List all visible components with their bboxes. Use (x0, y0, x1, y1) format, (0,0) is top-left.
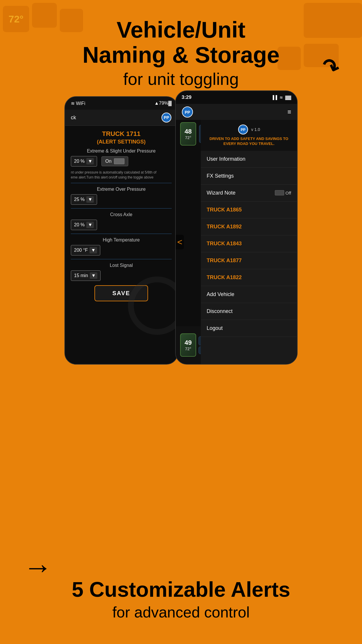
svg-text:PP: PP (185, 110, 190, 115)
lost-signal-label: Lost Signal (71, 263, 172, 268)
menu-item-truck-a1843[interactable]: TRUCK A1843 (201, 235, 297, 252)
menu-label-logout: Logout (207, 325, 223, 331)
divider-4 (71, 259, 172, 259)
menu-item-fx-settings[interactable]: FX Settings (201, 168, 297, 185)
high-temp-label: High Temperature (71, 237, 172, 243)
main-title: Vehicle/Unit Naming & Storage (0, 18, 362, 68)
left-screen: TRUCK 1711 (ALERT SETTINGS) Extreme & Sl… (65, 126, 178, 364)
menu-brand-text: DRIVEN TO ADD SAFETY AND SAVINGS TO EVER… (207, 136, 291, 146)
status-icons: ▐▐ ≋ ▓▓ (271, 95, 291, 100)
menu-label-disconnect: Disconnect (207, 308, 233, 314)
app-logo: PP (161, 112, 172, 123)
phones-container: ≋ WiFi ▲ 79% ▓ ck PP TRUCK 1711 (ALERT S… (0, 90, 362, 370)
svg-text:PP: PP (241, 128, 245, 132)
slight-under-label: Extreme & Slight Under Pressure (71, 148, 172, 154)
menu-version: v 1.0 (251, 127, 260, 132)
menu-header: PP v 1.0 DRIVEN TO ADD SAFETY AND SAVING… (201, 120, 297, 151)
logo-svg: PP (161, 112, 172, 123)
right-screen: 48 72° 4 PSI 72° TEMP PSI (176, 120, 297, 364)
menu-item-wizard-note[interactable]: Wizard Note Off (201, 185, 297, 202)
cross-axle-label: Cross Axle (71, 212, 172, 217)
status-time: 3:29 (182, 94, 191, 100)
toggle-switch-wizard[interactable] (275, 190, 284, 195)
high-temp-control: 200 °F ▼ (71, 245, 172, 256)
dropdown-chevron-3: ▼ (86, 222, 94, 228)
menu-label-user-info: User Information (207, 156, 245, 162)
right-phone: 3:29 ▐▐ ≋ ▓▓ PP ≡ 48 72° (175, 90, 298, 365)
left-phone-notch (104, 97, 139, 105)
signal-icon: ▐▐ (271, 95, 277, 100)
left-app-header: ck PP (65, 110, 178, 126)
lost-signal-dropdown[interactable]: 15 min ▼ (71, 270, 101, 281)
menu-label-truck-a1877: TRUCK A1877 (207, 258, 242, 264)
dropdown-chevron-4: ▼ (89, 247, 97, 253)
menu-item-truck-a1865[interactable]: TRUCK A1865 (201, 202, 297, 218)
menu-label-truck-a1843: TRUCK A1843 (207, 241, 242, 247)
off-label: Off (285, 190, 291, 195)
menu-label-truck-a1865: TRUCK A1865 (207, 207, 242, 213)
menu-item-logout[interactable]: Logout (201, 320, 297, 337)
top-section: Vehicle/Unit Naming & Storage for unit t… (0, 18, 362, 89)
menu-items-list: User InformationFX SettingsWizard Note O… (201, 151, 297, 337)
auto-calc-text: nt under pressure is automatically calcu… (71, 170, 172, 180)
dropdown-chevron-2: ▼ (86, 196, 94, 203)
over-pressure-label: Extreme Over Pressure (71, 187, 172, 192)
menu-item-truck-a1822[interactable]: TRUCK A1822 (201, 269, 297, 286)
toggle-off-wizard-note[interactable]: Off (275, 190, 291, 195)
cross-axle-dropdown[interactable]: 20 % ▼ (71, 220, 97, 230)
over-pressure-control: 25 % ▼ (71, 194, 172, 205)
bottom-tire-icon: 49 72° (180, 333, 196, 357)
svg-text:PP: PP (164, 115, 169, 120)
menu-label-fx-settings: FX Settings (207, 173, 234, 179)
bottom-main-text: 5 Customizable Alerts (72, 578, 290, 601)
status-signal: ▲ (154, 101, 159, 106)
status-network: ≋ WiFi (71, 101, 85, 106)
over-pressure-dropdown[interactable]: 25 % ▼ (71, 194, 97, 205)
dropdown-chevron-5: ▼ (90, 272, 97, 279)
status-battery: 79% (159, 101, 168, 106)
truck-title: TRUCK 1711 (71, 130, 172, 138)
menu-label-truck-a1822: TRUCK A1822 (207, 274, 242, 281)
back-label: ck (71, 115, 76, 121)
slight-under-dropdown[interactable]: 20 % ▼ (71, 156, 97, 167)
menu-item-user-info[interactable]: User Information (201, 151, 297, 168)
slight-under-control: 20 % ▼ On (71, 156, 172, 167)
divider-1 (71, 183, 172, 183)
menu-item-truck-a1892[interactable]: TRUCK A1892 (201, 218, 297, 235)
right-status-bar: 3:29 ▐▐ ≋ ▓▓ (176, 91, 297, 104)
right-logo: PP (182, 106, 193, 118)
dropdown-chevron: ▼ (86, 158, 94, 164)
divider-3 (71, 234, 172, 234)
toggle-switch[interactable] (114, 158, 124, 164)
slide-menu: PP v 1.0 DRIVEN TO ADD SAFETY AND SAVING… (201, 120, 297, 364)
bottom-section: → 5 Customizable Alerts for advanced con… (0, 527, 362, 644)
divider-2 (71, 208, 172, 209)
wifi-icon: ≋ (280, 95, 283, 100)
battery-icon-right: ▓▓ (285, 95, 291, 100)
menu-item-truck-a1877[interactable]: TRUCK A1877 (201, 252, 297, 269)
hamburger-button[interactable]: ≡ (287, 108, 291, 116)
menu-label-add-vehicle: Add Vehicle (207, 291, 234, 298)
back-arrow-button[interactable]: < (176, 235, 184, 249)
battery-icon: ▓ (168, 101, 172, 106)
bottom-arrow: → (23, 550, 52, 584)
left-phone: ≋ WiFi ▲ 79% ▓ ck PP TRUCK 1711 (ALERT S… (64, 96, 178, 365)
alert-subtitle: (ALERT SETTINGS) (71, 139, 172, 145)
menu-item-disconnect[interactable]: Disconnect (201, 303, 297, 320)
menu-label-wizard-note: Wizard Note (207, 190, 236, 196)
menu-logo: PP (238, 124, 248, 135)
menu-label-truck-a1892: TRUCK A1892 (207, 224, 242, 230)
main-subtitle: for unit toggling (0, 69, 362, 89)
toggle-on[interactable]: On (101, 156, 128, 166)
cross-axle-control: 20 % ▼ (71, 220, 172, 230)
right-app-header: PP ≡ (176, 104, 297, 120)
bottom-sub-text: for advanced control (112, 603, 249, 621)
top-tire-icon: 48 72° (180, 122, 196, 146)
menu-item-add-vehicle[interactable]: Add Vehicle (201, 286, 297, 303)
high-temp-dropdown[interactable]: 200 °F ▼ (71, 245, 100, 256)
menu-logo-row: PP v 1.0 (207, 124, 291, 135)
